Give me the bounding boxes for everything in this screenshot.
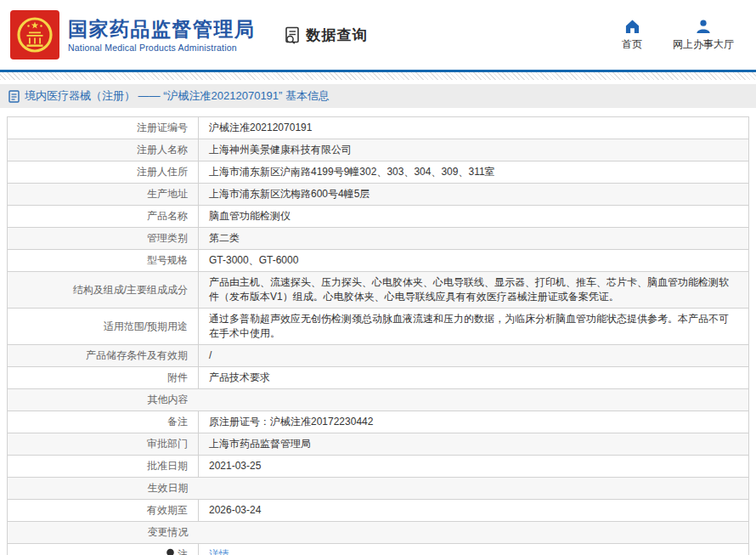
- row-value: 产品由主机、流速探头、压力探头、心电胶体夹、心电导联线、显示器、打印机、推车、芯…: [199, 272, 749, 309]
- row-label: 批准日期: [8, 456, 199, 478]
- table-row: 注册证编号沪械注准20212070191: [8, 117, 749, 139]
- table-row: 管理类别第二类: [8, 228, 749, 250]
- row-label: 型号规格: [8, 250, 199, 272]
- brand-title-en: National Medical Products Administration: [68, 42, 256, 53]
- data-query-section[interactable]: 数据查询: [283, 25, 368, 45]
- row-value: [199, 389, 749, 411]
- table-row: 生产地址上海市浦东新区沈梅路600号4幢5层: [8, 184, 749, 206]
- row-label: 注: [8, 544, 199, 555]
- row-label: 注册证编号: [8, 117, 199, 139]
- row-label: 产品储存条件及有效期: [8, 345, 199, 367]
- row-value: [199, 478, 749, 500]
- row-value: 2021-03-25: [199, 456, 749, 478]
- table-row: 其他内容: [8, 389, 749, 411]
- row-label: 结构及组成/主要组成成分: [8, 272, 199, 309]
- row-value: 脑血管功能检测仪: [199, 206, 749, 228]
- row-label: 其他内容: [8, 389, 199, 411]
- national-emblem-icon: [15, 14, 54, 56]
- table-row: 生效日期: [8, 478, 749, 500]
- row-value: 详情: [199, 544, 749, 555]
- home-icon: [624, 19, 640, 34]
- table-row: 审批部门上海市药品监督管理局: [8, 433, 749, 456]
- row-value: 上海市浦东新区沪南路4199号9幢302、303、304、309、311室: [199, 161, 749, 184]
- table-row: 适用范围/预期用途通过多普勒超声效应无创伤检测颈总动脉血液流速和压力的数据，为临…: [8, 309, 749, 345]
- table-row: 注详情: [8, 544, 749, 555]
- registration-info-table-wrap: 注册证编号沪械注准20212070191注册人名称上海神州美景健康科技有限公司注…: [7, 116, 749, 555]
- row-label: 生效日期: [8, 478, 199, 500]
- table-row: 型号规格GT-3000、GT-6000: [8, 250, 749, 272]
- document-search-icon: [283, 25, 302, 45]
- row-label: 管理类别: [8, 228, 199, 250]
- row-value: 通过多普勒超声效应无创伤检测颈总动脉血液流速和压力的数据，为临床分析脑血管功能状…: [199, 309, 749, 345]
- page-header: 国家药品监督管理局 National Medical Products Admi…: [0, 0, 756, 70]
- table-row: 批准日期2021-03-25: [8, 456, 749, 478]
- detail-link[interactable]: 详情: [209, 548, 229, 555]
- row-value: [199, 522, 749, 544]
- row-label: 生产地址: [8, 184, 199, 206]
- row-label: 变更情况: [8, 522, 199, 544]
- brand-block: 国家药品监督管理局 National Medical Products Admi…: [68, 18, 256, 53]
- table-row: 变更情况: [8, 522, 749, 544]
- row-label: 审批部门: [8, 433, 199, 456]
- section-title: 数据查询: [307, 25, 368, 45]
- row-label: 产品名称: [8, 206, 199, 228]
- row-label: 适用范围/预期用途: [8, 309, 199, 345]
- table-row: 结构及组成/主要组成成分产品由主机、流速探头、压力探头、心电胶体夹、心电导联线、…: [8, 272, 749, 309]
- row-label: 注册人名称: [8, 139, 199, 161]
- table-row: 附件产品技术要求: [8, 367, 749, 389]
- user-icon: [696, 19, 711, 34]
- hatch-pattern-strip: [0, 72, 756, 80]
- row-value: 上海市药品监督管理局: [199, 433, 749, 456]
- table-row: 产品名称脑血管功能检测仪: [8, 206, 749, 228]
- page-doc-icon: [8, 90, 20, 103]
- header-nav: 首页 网上办事大厅: [622, 19, 734, 52]
- breadcrumb: 境内医疗器械（注册） —— “沪械注准20212070191” 基本信息: [25, 88, 330, 104]
- brand-title-cn: 国家药品监督管理局: [68, 18, 256, 40]
- row-value: 沪械注准20212070191: [199, 117, 749, 139]
- row-value: 上海神州美景健康科技有限公司: [199, 139, 749, 161]
- row-label: 备注: [8, 411, 199, 433]
- nav-item-service-hall[interactable]: 网上办事大厅: [673, 19, 734, 52]
- table-row: 注册人名称上海神州美景健康科技有限公司: [8, 139, 749, 161]
- table-row: 有效期至2026-03-24: [8, 500, 749, 522]
- nav-label: 首页: [622, 37, 642, 52]
- info-table-body: 注册证编号沪械注准20212070191注册人名称上海神州美景健康科技有限公司注…: [8, 117, 749, 555]
- nmpa-logo: [10, 10, 59, 59]
- row-value: 第二类: [199, 228, 749, 250]
- note-balloon-icon: [166, 548, 175, 555]
- nav-item-home[interactable]: 首页: [622, 19, 642, 52]
- table-row: 注册人住所上海市浦东新区沪南路4199号9幢302、303、304、309、31…: [8, 161, 749, 184]
- table-row: 备注原注册证号：沪械注准20172230442: [8, 411, 749, 433]
- row-label: 有效期至: [8, 500, 199, 522]
- row-value: 产品技术要求: [199, 367, 749, 389]
- table-row: 产品储存条件及有效期/: [8, 345, 749, 367]
- row-value: 2026-03-24: [199, 500, 749, 522]
- registration-info-table: 注册证编号沪械注准20212070191注册人名称上海神州美景健康科技有限公司注…: [7, 116, 749, 555]
- row-value: 原注册证号：沪械注准20172230442: [199, 411, 749, 433]
- breadcrumb-bar: 境内医疗器械（注册） —— “沪械注准20212070191” 基本信息: [0, 84, 756, 108]
- row-label: 附件: [8, 367, 199, 389]
- row-value: 上海市浦东新区沈梅路600号4幢5层: [199, 184, 749, 206]
- nav-label: 网上办事大厅: [673, 37, 734, 52]
- row-label: 注册人住所: [8, 161, 199, 184]
- row-value: /: [199, 345, 749, 367]
- row-value: GT-3000、GT-6000: [199, 250, 749, 272]
